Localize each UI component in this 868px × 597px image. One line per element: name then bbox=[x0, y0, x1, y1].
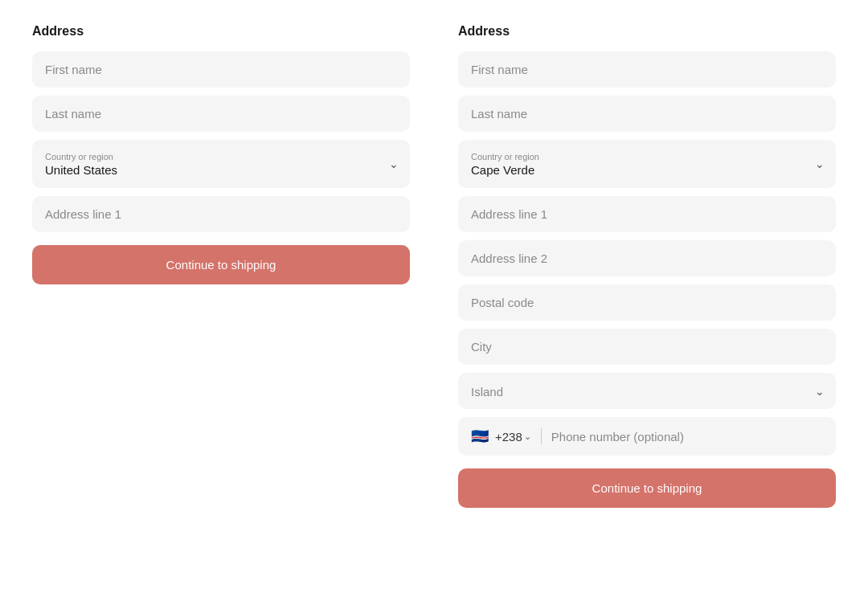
right-address-line2-input[interactable] bbox=[458, 240, 836, 276]
right-continue-button[interactable]: Continue to shipping bbox=[458, 468, 836, 508]
right-country-value: Cape Verde bbox=[471, 163, 804, 177]
right-phone-input[interactable] bbox=[551, 430, 823, 444]
left-country-select-wrapper: Country or region United States ⌄ bbox=[32, 140, 410, 188]
phone-code-chevron-icon: ⌄ bbox=[524, 431, 531, 442]
left-first-name-input[interactable] bbox=[32, 51, 410, 88]
page-container: Address Country or region United States … bbox=[16, 24, 852, 508]
right-city-input[interactable] bbox=[458, 329, 836, 365]
right-last-name-input[interactable] bbox=[458, 96, 836, 132]
right-phone-row: 🇨🇻 +238 ⌄ bbox=[458, 417, 836, 456]
right-island-select[interactable] bbox=[458, 373, 836, 409]
right-country-label: Country or region bbox=[471, 152, 804, 162]
right-country-select[interactable]: Country or region Cape Verde bbox=[458, 140, 836, 188]
left-country-value: United States bbox=[45, 163, 378, 177]
left-form: Address Country or region United States … bbox=[32, 24, 410, 508]
phone-divider bbox=[541, 428, 542, 444]
left-form-title: Address bbox=[32, 24, 410, 39]
right-form-title: Address bbox=[458, 24, 836, 39]
right-address-line1-input[interactable] bbox=[458, 196, 836, 232]
right-country-select-wrapper: Country or region Cape Verde ⌄ bbox=[458, 140, 836, 188]
left-last-name-input[interactable] bbox=[32, 96, 410, 132]
right-island-select-wrapper: Island ⌄ bbox=[458, 373, 836, 409]
left-country-label: Country or region bbox=[45, 152, 378, 162]
left-country-select[interactable]: Country or region United States bbox=[32, 140, 410, 188]
right-first-name-input[interactable] bbox=[458, 51, 836, 88]
phone-code[interactable]: +238 ⌄ bbox=[495, 430, 531, 444]
cape-verde-flag-icon: 🇨🇻 bbox=[471, 429, 489, 444]
right-form: Address Country or region Cape Verde ⌄ I… bbox=[458, 24, 836, 508]
left-address-line1-input[interactable] bbox=[32, 196, 410, 232]
right-postal-code-input[interactable] bbox=[458, 284, 836, 321]
left-continue-button[interactable]: Continue to shipping bbox=[32, 245, 410, 284]
